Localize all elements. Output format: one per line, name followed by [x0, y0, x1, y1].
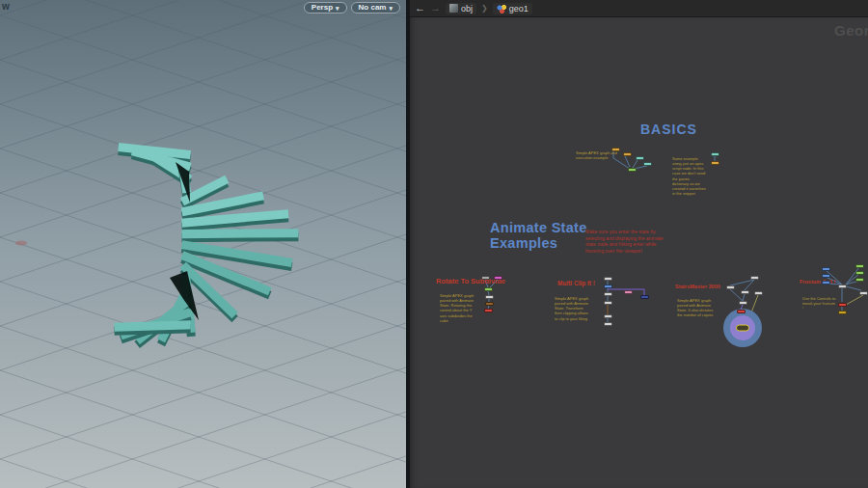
forward-button[interactable]: →	[430, 3, 441, 14]
apex-node[interactable]	[628, 168, 637, 172]
apex-node[interactable]	[822, 267, 830, 271]
obj-network-icon	[449, 4, 458, 13]
apex-node[interactable]	[611, 148, 620, 151]
apex-node[interactable]	[604, 285, 612, 288]
network-editor[interactable]: ← → obj ❯ geo1 Geometry BASICSAnimate St…	[410, 0, 868, 488]
apex-node[interactable]	[838, 311, 847, 314]
node-wire	[846, 286, 861, 290]
breadcrumb-separator-icon: ❯	[481, 4, 488, 13]
apex-node[interactable]	[754, 291, 763, 295]
apex-node[interactable]	[822, 274, 830, 278]
persp-camera-label: Persp	[312, 4, 333, 12]
apex-node[interactable]	[750, 276, 759, 280]
network-canvas[interactable]: Geometry BASICSAnimate State ExamplesRot…	[410, 17, 868, 488]
apex-node[interactable]	[711, 152, 719, 156]
apex-node[interactable]	[604, 301, 612, 305]
apex-node[interactable]	[485, 302, 494, 306]
apex-node[interactable]	[484, 309, 493, 312]
apex-node[interactable]	[604, 314, 612, 318]
network-note-title: StairsMaster 3000	[675, 284, 720, 289]
node-wire	[633, 160, 637, 168]
network-note-title: Multi Clip It !	[557, 280, 595, 286]
apex-node[interactable]	[855, 264, 864, 268]
breadcrumb-obj[interactable]: obj	[446, 3, 476, 14]
apex-node[interactable]	[855, 278, 864, 282]
network-note-text: Simple APEX graph paired with Animate St…	[677, 298, 716, 318]
node-wire	[625, 156, 630, 167]
node-wire	[743, 294, 745, 301]
network-note-text: Simple APEX graph paired with Animate St…	[440, 293, 478, 323]
viewport-label: w	[2, 1, 10, 12]
chevron-down-icon: ▾	[389, 5, 393, 12]
network-note-text: Use the Controls to tweak your frustum !	[802, 296, 837, 312]
apex-node[interactable]	[838, 285, 847, 288]
apex-node[interactable]	[737, 310, 746, 313]
apex-node[interactable]	[623, 152, 632, 156]
apex-node[interactable]	[741, 290, 749, 294]
apex-node[interactable]	[484, 287, 493, 291]
viewport-toolbar: Persp ▾ No cam ▾	[304, 2, 400, 14]
breadcrumb-geo1[interactable]: geo1	[493, 3, 532, 14]
apex-node[interactable]	[636, 156, 644, 160]
viewport-canvas	[0, 0, 406, 488]
network-note-text: Simple APEX graph paired with Animate St…	[555, 296, 591, 321]
network-note-text: Same example using just an apex script n…	[672, 156, 707, 197]
apex-node[interactable]	[643, 162, 652, 166]
node-wire	[846, 295, 863, 305]
apex-node[interactable]	[859, 291, 868, 295]
staircase-geometry	[119, 148, 294, 342]
apex-node[interactable]	[481, 276, 490, 280]
chevron-down-icon: ▾	[336, 5, 339, 12]
breadcrumb-obj-label: obj	[461, 4, 473, 14]
apex-node[interactable]	[726, 285, 735, 289]
no-cam-button[interactable]: No cam ▾	[351, 2, 400, 14]
apex-node[interactable]	[485, 295, 494, 299]
back-button[interactable]: ←	[415, 3, 425, 14]
axis-marker	[15, 241, 27, 246]
apex-node[interactable]	[711, 161, 719, 165]
apex-node[interactable]	[640, 295, 649, 299]
network-note-title: BASICS	[640, 122, 697, 137]
network-note-text: Simple APEX graph and execution example	[576, 150, 618, 160]
no-cam-label: No cam	[359, 4, 387, 12]
apex-node[interactable]	[604, 292, 612, 296]
apex-node[interactable]	[822, 281, 830, 285]
apex-node[interactable]	[604, 277, 612, 281]
viewport-3d[interactable]: w Persp ▾ No cam ▾	[0, 0, 406, 488]
geometry-icon	[497, 4, 506, 14]
network-path-bar: ← → obj ❯ geo1	[410, 0, 868, 17]
apex-node[interactable]	[855, 271, 864, 275]
animate-state-node[interactable]	[723, 309, 762, 347]
network-type-watermark: Geometry	[834, 22, 868, 39]
persp-camera-button[interactable]: Persp ▾	[304, 2, 347, 14]
houdini-window: w Persp ▾ No cam ▾ ← → obj ❯ geo1	[0, 0, 868, 488]
animate-state-pill[interactable]	[737, 325, 749, 331]
apex-node[interactable]	[494, 276, 502, 280]
apex-node[interactable]	[739, 301, 747, 305]
apex-node[interactable]	[604, 322, 612, 326]
breadcrumb-geo1-label: geo1	[509, 4, 529, 14]
apex-node[interactable]	[838, 303, 847, 307]
apex-node[interactable]	[624, 290, 633, 294]
network-note-text: Make sure you enter the state by selecti…	[585, 229, 674, 254]
